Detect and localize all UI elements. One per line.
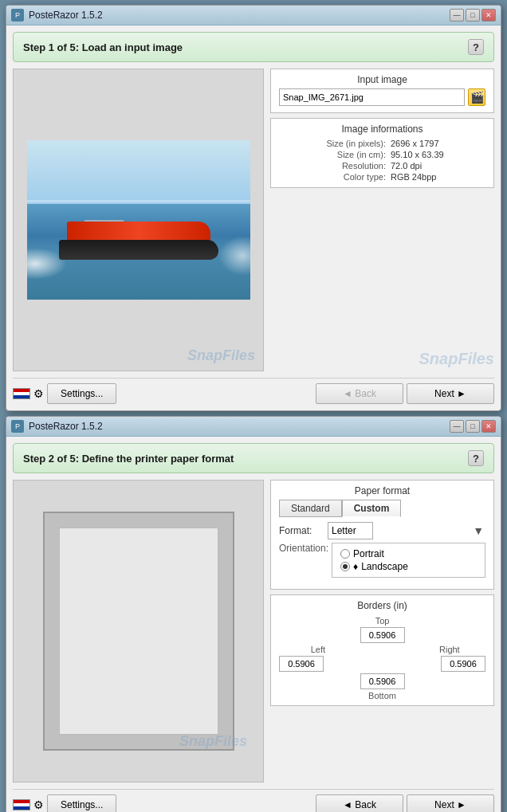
landscape-icon: ♦	[353, 561, 358, 572]
top-label: Top	[375, 616, 390, 626]
chevron-down-icon: ▼	[473, 524, 484, 537]
input-image-box: Input image 🎬	[270, 69, 494, 113]
spray-right	[218, 236, 250, 276]
window-title-2: PosteRazor 1.5.2	[29, 421, 103, 432]
format-select[interactable]: Letter A4 A3 Legal	[328, 522, 373, 539]
left-label: Left	[311, 645, 325, 654]
spacer-2	[270, 711, 494, 783]
title-bar-1: P PosteRazor 1.5.2 — □ ✕	[6, 6, 501, 25]
filename-input[interactable]	[279, 88, 465, 106]
nav-buttons-1: ◄ Back Next ►	[316, 383, 494, 404]
file-input-row: 🎬	[279, 88, 485, 106]
main-area-2: SnapFiles Paper format Standard Custom F…	[13, 480, 494, 783]
input-image-label: Input image	[279, 74, 485, 85]
paper-inner	[59, 528, 218, 735]
paper-format-box: Paper format Standard Custom Format: Let…	[270, 480, 494, 590]
step-title-2: Step 2 of 5: Define the printer paper fo…	[23, 453, 234, 465]
maximize-button-2[interactable]: □	[466, 420, 480, 433]
image-info-table: Size (in pixels): 2696 x 1797 Size (in c…	[279, 138, 485, 182]
app-icon-2: P	[11, 420, 24, 433]
boat-hull	[59, 240, 218, 260]
tab-row: Standard Custom	[279, 500, 485, 517]
size-pixels-value: 2696 x 1797	[389, 138, 485, 149]
sky	[27, 140, 250, 204]
paper-format-panel: Paper format Standard Custom Format: Let…	[270, 480, 494, 783]
right-input[interactable]	[441, 656, 485, 672]
bottom-label: Bottom	[368, 691, 396, 700]
right-label: Right	[439, 645, 460, 654]
window-title-1: PosteRazor 1.5.2	[29, 10, 103, 21]
boat-image	[27, 140, 250, 300]
back-button-2[interactable]: ◄ Back	[316, 794, 403, 812]
portrait-radio[interactable]	[340, 549, 350, 559]
portrait-option[interactable]: Portrait	[340, 548, 477, 559]
bottom-bar-2: ⚙ Settings... ◄ Back Next ►	[13, 789, 494, 812]
title-bar-left-2: P PosteRazor 1.5.2	[11, 420, 103, 433]
tab-standard[interactable]: Standard	[279, 500, 342, 517]
color-type-label: Color type:	[279, 171, 389, 182]
settings-button-2[interactable]: Settings...	[47, 794, 116, 812]
nav-buttons-2: ◄ Back Next ►	[316, 794, 494, 812]
borders-grid: Top Left Right	[277, 616, 487, 700]
portrait-label: Portrait	[353, 548, 384, 559]
title-bar-left-1: P PosteRazor 1.5.2	[11, 9, 103, 22]
info-panel-1: Input image 🎬 Image informations Size (i…	[270, 69, 494, 371]
left-input[interactable]	[279, 656, 324, 672]
window-content-1: Step 1 of 5: Load an input image ?	[6, 25, 501, 410]
help-button-1[interactable]: ?	[468, 39, 484, 55]
size-pixels-label: Size (in pixels):	[279, 138, 389, 149]
landscape-radio[interactable]	[340, 562, 350, 571]
table-row: Size (in cm): 95.10 x 63.39	[279, 149, 485, 160]
image-info-label: Image informations	[279, 124, 485, 135]
borders-section: Borders (in) Top Left R	[270, 594, 494, 706]
image-preview-1: SnapFiles	[13, 69, 264, 371]
landscape-option[interactable]: ♦ Landscape	[340, 561, 477, 572]
orientation-box: Portrait ♦ Landscape	[332, 543, 485, 578]
minimize-button-1[interactable]: —	[450, 9, 464, 22]
bottom-input[interactable]	[360, 673, 405, 689]
table-row: Color type: RGB 24bpp	[279, 171, 485, 182]
flag-icon-2	[13, 799, 30, 810]
maximize-button-1[interactable]: □	[466, 9, 480, 22]
landscape-label: Landscape	[361, 561, 408, 572]
watermark-1: SnapFiles	[187, 347, 255, 364]
minimize-button-2[interactable]: —	[450, 420, 464, 433]
paper-preview: SnapFiles	[13, 480, 264, 783]
format-select-wrapper: Letter A4 A3 Legal ▼	[328, 522, 485, 539]
format-row: Format: Letter A4 A3 Legal ▼	[279, 522, 485, 539]
close-button-1[interactable]: ✕	[481, 9, 496, 22]
borders-label: Borders (in)	[277, 600, 487, 611]
resolution-label: Resolution:	[279, 160, 389, 171]
title-buttons-2: — □ ✕	[450, 420, 496, 433]
window-content-2: Step 2 of 5: Define the printer paper fo…	[6, 437, 501, 812]
table-row: Resolution: 72.0 dpi	[279, 160, 485, 171]
app-icon-1: P	[11, 9, 24, 22]
table-row: Size (in pixels): 2696 x 1797	[279, 138, 485, 149]
close-button-2[interactable]: ✕	[481, 420, 496, 433]
settings-area-2: ⚙ Settings...	[13, 794, 116, 812]
gear-icon-2: ⚙	[33, 798, 44, 811]
orientation-label: Orientation:	[279, 543, 328, 554]
horizon	[27, 200, 250, 202]
settings-button-1[interactable]: Settings...	[47, 383, 116, 404]
back-button-1[interactable]: ◄ Back	[316, 383, 403, 404]
size-cm-label: Size (in cm):	[279, 149, 389, 160]
window-1: P PosteRazor 1.5.2 — □ ✕ Step 1 of 5: Lo…	[6, 5, 501, 411]
help-button-2[interactable]: ?	[468, 450, 484, 466]
step-header-2: Step 2 of 5: Define the printer paper fo…	[13, 443, 494, 473]
image-info-box: Image informations Size (in pixels): 269…	[270, 118, 494, 188]
next-button-2[interactable]: Next ►	[407, 794, 494, 812]
title-buttons-1: — □ ✕	[450, 9, 496, 22]
settings-area-1: ⚙ Settings...	[13, 383, 116, 404]
paper-page	[43, 512, 234, 751]
flag-icon-1	[13, 388, 30, 399]
next-button-1[interactable]: Next ►	[407, 383, 494, 404]
tab-custom[interactable]: Custom	[342, 500, 402, 517]
top-input[interactable]	[360, 627, 405, 643]
paper-format-label: Paper format	[279, 485, 485, 496]
browse-button[interactable]: 🎬	[468, 88, 485, 106]
main-area-1: SnapFiles Input image 🎬 Image informatio…	[13, 69, 494, 371]
bottom-bar-1: ⚙ Settings... ◄ Back Next ►	[13, 378, 494, 404]
gear-icon-1: ⚙	[33, 387, 44, 400]
step-header-1: Step 1 of 5: Load an input image ?	[13, 32, 494, 62]
